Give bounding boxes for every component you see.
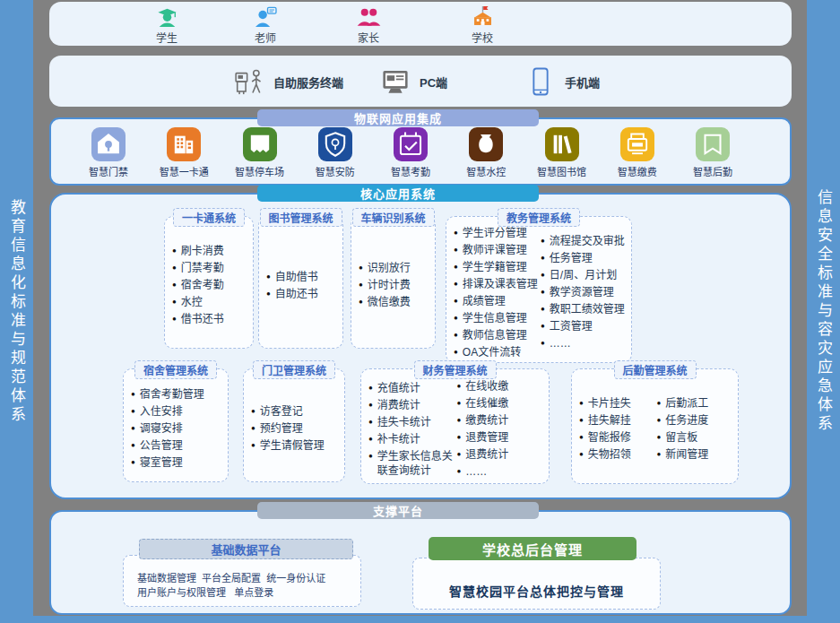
right-standards-sidebar: 信息安全标准与容灾应急体系 (807, 0, 840, 623)
bullet-icon: ● (457, 379, 462, 394)
bullet-icon: ● (457, 413, 462, 428)
bullet-icon: ● (368, 398, 373, 412)
panel-item: ●访客登记 (251, 404, 341, 419)
terminal-label: 自助服务终端 (273, 74, 343, 91)
panel-item: ●补卡统计 (368, 432, 457, 446)
panel-item: ●任务进度 (657, 413, 735, 428)
panel-item: ●识别放行 (359, 261, 431, 275)
panel-item: ●公告管理 (131, 438, 224, 453)
panel-item: ●智能报修 (579, 430, 657, 445)
panel-title: 宿舍管理系统 (134, 360, 217, 379)
panel-item: ●失物招领 (579, 447, 657, 462)
bullet-icon: ● (457, 447, 462, 462)
panel-body: ●刷卡消费●门禁考勤●宿舍考勤●水控●借书还书 (165, 217, 253, 348)
user-item: 学校 (450, 4, 515, 45)
panel-item-list: ●后勤派工●任务进度●留言板●新闻管理 (657, 380, 735, 478)
panel-item-list: ●流程提交及审批●任务管理●日/周、月计划●教学资源管理●教职工绩效管理●工资管… (541, 228, 628, 357)
panel-item: ●后勤派工 (657, 396, 735, 411)
panel-body: ●访客登记●预约管理●学生请假管理 (244, 369, 344, 481)
support-band: 基础数据平台 基础数据管理 平台全局配置 统一身份认证 用户账户与权限管理 单点… (49, 510, 792, 615)
user-item: 学生 (134, 4, 199, 45)
panel-item-list: ●自助借书●自助还书 (266, 228, 339, 342)
iot-band: 智慧门禁智慧一卡通智慧停车场智慧安防智慧考勤智慧水控智慧图书馆智慧缴费智慧后勤 (49, 117, 792, 186)
iot-icon-row: 智慧门禁智慧一卡通智慧停车场智慧安防智慧考勤智慧水控智慧图书馆智慧缴费智慧后勤 (51, 119, 790, 178)
user-label: 学生 (156, 30, 178, 45)
bullet-icon: ● (541, 285, 545, 299)
payment-icon (620, 127, 654, 161)
base-data-platform-panel: 基础数据管理 平台全局配置 统一身份认证 用户账户与权限管理 单点登录 (123, 555, 361, 607)
panel-title: 门卫管理系统 (253, 360, 335, 379)
panel-item: ●…… (541, 336, 628, 350)
bullet-icon: ● (359, 261, 363, 275)
bullet-icon: ● (131, 438, 135, 453)
panel-item: ●寝室管理 (131, 455, 224, 470)
panel-item: ●新闻管理 (657, 447, 735, 462)
panel-item-list: ●访客登记●预约管理●学生请假管理 (251, 380, 341, 476)
iot-label: 智慧水控 (466, 164, 506, 178)
panel-item: ●教师信息管理 (454, 328, 541, 342)
panel-item: ●教师评课管理 (454, 243, 541, 257)
bullet-icon: ● (454, 345, 458, 359)
iot-item: 智慧缴费 (603, 127, 671, 178)
panel-gate-system: 门卫管理系统●访客登记●预约管理●学生请假管理 (243, 368, 345, 482)
panel-title: 后勤管理系统 (613, 360, 696, 379)
bullet-icon: ● (657, 447, 662, 462)
kiosk-icon (233, 66, 265, 97)
panel-item: ●学生学籍管理 (454, 260, 541, 274)
panel-item: ●在线收缴 (457, 379, 546, 394)
bullet-icon: ● (457, 396, 462, 411)
base-data-platform-title: 基础数据平台 (139, 539, 353, 559)
user-label: 家长 (358, 30, 379, 45)
iot-label: 智慧门禁 (89, 164, 128, 178)
panel-item: ●排课及课表管理 (454, 277, 541, 291)
panel-item: ●学生信息管理 (454, 311, 541, 325)
panel-item: ●门禁考勤 (172, 261, 249, 275)
bullet-icon: ● (454, 226, 458, 240)
bullet-icon: ● (131, 404, 135, 419)
left-standards-sidebar: 教育信息化标准与规范体系 (0, 0, 33, 623)
water-icon (469, 127, 503, 161)
bullet-icon: ● (131, 387, 135, 402)
iot-band-header: 物联网应用集成 (257, 109, 539, 126)
panel-item-list: ●宿舍考勤管理●入住安排●调寝安排●公告管理●寝室管理 (131, 380, 224, 476)
bullet-icon: ● (657, 430, 662, 445)
panel-item: ●OA文件流转 (454, 345, 541, 359)
bullet-icon: ● (266, 270, 271, 284)
panel-item: ●成绩管理 (454, 294, 541, 308)
iot-label: 智慧安防 (316, 164, 355, 178)
panel-title: 车辆识别系统 (351, 208, 434, 227)
panel-item: ●水控 (172, 295, 249, 309)
iot-label: 智慧图书馆 (537, 164, 586, 178)
bullet-icon: ● (368, 381, 373, 395)
base-platform-line: 基础数据管理 平台全局配置 统一身份认证 (137, 571, 360, 585)
bullet-icon: ● (172, 244, 177, 258)
bottom-accent-strip (0, 616, 840, 623)
bullet-icon: ● (172, 278, 177, 292)
panel-body: ●卡片挂失●挂失解挂●智能报修●失物招领●后勤派工●任务进度●留言板●新闻管理 (572, 369, 738, 483)
terminal-item: PC端 (379, 65, 447, 98)
panel-title: 教务管理系统 (498, 208, 580, 227)
panel-item: ●退费管理 (457, 430, 546, 445)
iot-item: 智慧停车场 (226, 127, 294, 178)
student-icon (155, 4, 179, 29)
attendance-icon (394, 127, 428, 161)
parking-icon (243, 127, 277, 161)
base-platform-line: 用户账户与权限管理 单点登录 (137, 585, 360, 600)
panel-item: ●自助还书 (266, 287, 339, 301)
teacher-icon (254, 4, 278, 29)
iot-label: 智慧一卡通 (160, 164, 209, 178)
bullet-icon: ● (657, 396, 662, 411)
bullet-icon: ● (541, 251, 545, 265)
panel-item: ●留言板 (657, 430, 735, 445)
security-icon (318, 127, 352, 161)
panel-item: ●退费统计 (457, 447, 546, 462)
bullet-icon: ● (579, 396, 584, 411)
bullet-icon: ● (579, 413, 584, 428)
user-label: 学校 (472, 30, 493, 45)
bullet-icon: ● (266, 287, 271, 301)
user-label: 老师 (255, 30, 276, 45)
one-card-icon (167, 127, 201, 161)
panel-item: ●计时计费 (359, 278, 431, 292)
bullet-icon: ● (541, 268, 545, 282)
panel-item-list: ●学生评分管理●教师评课管理●学生学籍管理●排课及课表管理●成绩管理●学生信息管… (454, 228, 541, 357)
